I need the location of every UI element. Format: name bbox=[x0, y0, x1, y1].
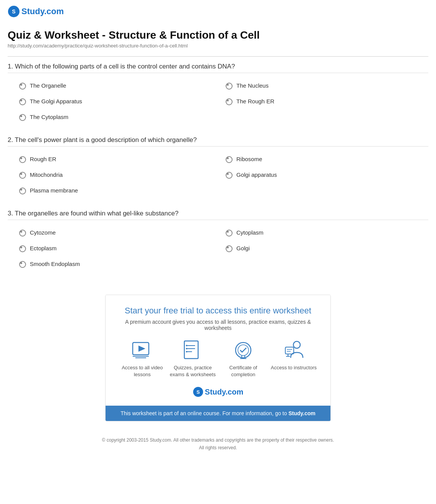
option-item[interactable]: The Rough ER bbox=[222, 93, 428, 109]
studycom-logo-icon: S bbox=[8, 5, 20, 18]
radio-icon bbox=[226, 83, 232, 89]
radio-icon bbox=[19, 98, 25, 104]
header-divider bbox=[8, 56, 428, 57]
question-3-options: CytozomeCytoplasmEctoplasmGolgiSmooth En… bbox=[15, 225, 428, 272]
radio-icon bbox=[226, 245, 232, 251]
svg-text:S: S bbox=[12, 8, 15, 15]
radio-icon bbox=[226, 230, 232, 236]
cta-feature: Access to instructors bbox=[271, 339, 317, 378]
svg-marker-3 bbox=[138, 346, 145, 352]
question-3: 3. The organelles are found within what … bbox=[8, 210, 428, 272]
option-item[interactable]: Ribosome bbox=[222, 151, 428, 167]
radio-icon bbox=[226, 156, 232, 162]
question-1-text: 1. Which of the following parts of a cel… bbox=[8, 63, 428, 73]
option-label: The Nucleus bbox=[236, 82, 268, 89]
cta-feature-label: Quizzes, practice exams & worksheets bbox=[170, 364, 216, 378]
cta-footer: This worksheet is part of an online cour… bbox=[106, 406, 330, 421]
page-title: Quiz & Worksheet - Structure & Function … bbox=[8, 29, 428, 41]
question-3-text: 3. The organelles are found within what … bbox=[8, 210, 428, 220]
radio-icon bbox=[19, 245, 25, 251]
questions-container: 1. Which of the following parts of a cel… bbox=[8, 63, 428, 272]
option-label: Golgi bbox=[236, 245, 250, 251]
option-item[interactable]: Golgi apparatus bbox=[222, 167, 428, 183]
svg-rect-6 bbox=[184, 341, 198, 359]
cta-feature: Certificate of completion bbox=[220, 339, 266, 378]
option-label: Plasma membrane bbox=[30, 187, 78, 194]
option-item[interactable]: The Organelle bbox=[15, 78, 222, 93]
quiz-icon bbox=[181, 339, 204, 360]
question-2-options: Rough ERRibosomeMitochondriaGolgi appara… bbox=[15, 151, 428, 198]
video-icon bbox=[131, 339, 154, 360]
cta-feature-label: Certificate of completion bbox=[220, 364, 266, 378]
option-label: Cytoplasm bbox=[236, 229, 264, 236]
option-item[interactable]: Plasma membrane bbox=[15, 183, 222, 198]
question-2-text: 2. The cell's power plant is a good desc… bbox=[8, 136, 428, 147]
option-item[interactable]: Golgi bbox=[222, 240, 428, 256]
page-content: Quiz & Worksheet - Structure & Function … bbox=[0, 21, 436, 291]
cta-feature: Quizzes, practice exams & worksheets bbox=[170, 339, 216, 378]
option-item[interactable]: Mitochondria bbox=[15, 167, 222, 183]
svg-point-14 bbox=[238, 345, 249, 356]
cta-logo[interactable]: S Study.com bbox=[117, 387, 319, 397]
radio-icon bbox=[226, 172, 232, 178]
svg-point-10 bbox=[186, 345, 187, 346]
option-item[interactable]: Smooth Endoplasm bbox=[15, 256, 222, 272]
empty-cell bbox=[222, 109, 428, 125]
option-label: The Golgi Apparatus bbox=[30, 98, 82, 104]
cta-studycom-logo-icon: S bbox=[193, 387, 203, 397]
instructor-icon bbox=[282, 339, 305, 360]
cta-footer-text: This worksheet is part of an online cour… bbox=[120, 410, 288, 416]
question-1: 1. Which of the following parts of a cel… bbox=[8, 63, 428, 125]
option-item[interactable]: Rough ER bbox=[15, 151, 222, 167]
option-item[interactable]: Ectoplasm bbox=[15, 240, 222, 256]
cta-box: Start your free trial to access this ent… bbox=[105, 295, 331, 421]
option-label: Smooth Endoplasm bbox=[30, 261, 80, 267]
option-item[interactable]: The Golgi Apparatus bbox=[15, 93, 222, 109]
option-item[interactable]: The Cytoplasm bbox=[15, 109, 222, 125]
radio-icon bbox=[226, 98, 232, 104]
cta-feature-label: Access to instructors bbox=[271, 364, 317, 371]
option-label: Ribosome bbox=[236, 156, 262, 162]
option-label: The Organelle bbox=[30, 82, 66, 89]
svg-point-11 bbox=[186, 348, 187, 349]
radio-icon bbox=[19, 83, 25, 89]
option-label: Rough ER bbox=[30, 156, 56, 162]
radio-icon bbox=[19, 114, 25, 120]
option-label: Mitochondria bbox=[30, 171, 63, 178]
cta-feature-label: Access to all video lessons bbox=[119, 364, 165, 378]
question-1-options: The OrganelleThe NucleusThe Golgi Appara… bbox=[15, 78, 428, 125]
svg-rect-19 bbox=[285, 347, 294, 354]
option-label: Cytozome bbox=[30, 229, 56, 236]
cta-logo-text: Study.com bbox=[205, 388, 244, 396]
logo[interactable]: S Study.com bbox=[8, 5, 64, 18]
cta-title: Start your free trial to access this ent… bbox=[117, 306, 319, 316]
copyright-line2: All rights reserved. bbox=[8, 444, 428, 452]
question-2: 2. The cell's power plant is a good desc… bbox=[8, 136, 428, 198]
cta-features: Access to all video lessons Quizzes, pra… bbox=[117, 339, 319, 378]
option-item[interactable]: The Nucleus bbox=[222, 78, 428, 93]
option-label: Golgi apparatus bbox=[236, 171, 277, 178]
empty-cell bbox=[222, 183, 428, 198]
svg-point-18 bbox=[293, 341, 300, 348]
radio-icon bbox=[19, 188, 25, 194]
empty-cell bbox=[222, 256, 428, 272]
certificate-icon bbox=[232, 339, 255, 360]
cta-feature: Access to all video lessons bbox=[119, 339, 165, 378]
svg-text:S: S bbox=[196, 389, 200, 395]
option-item[interactable]: Cytozome bbox=[15, 225, 222, 240]
cta-inner: Start your free trial to access this ent… bbox=[106, 295, 330, 406]
cta-footer-link[interactable]: Study.com bbox=[288, 410, 316, 416]
logo-text: Study.com bbox=[21, 7, 64, 16]
radio-icon bbox=[19, 230, 25, 236]
radio-icon bbox=[19, 172, 25, 178]
radio-icon bbox=[19, 261, 25, 267]
copyright: © copyright 2003-2015 Study.com. All oth… bbox=[0, 429, 436, 459]
option-item[interactable]: Cytoplasm bbox=[222, 225, 428, 240]
cta-subtitle: A premium account gives you access to al… bbox=[117, 319, 319, 331]
cta-container: Start your free trial to access this ent… bbox=[0, 291, 436, 429]
svg-point-12 bbox=[186, 351, 187, 352]
option-label: Ectoplasm bbox=[30, 245, 57, 251]
option-label: The Cytoplasm bbox=[30, 114, 68, 120]
copyright-line1: © copyright 2003-2015 Study.com. All oth… bbox=[8, 437, 428, 444]
header: S Study.com bbox=[0, 0, 436, 21]
